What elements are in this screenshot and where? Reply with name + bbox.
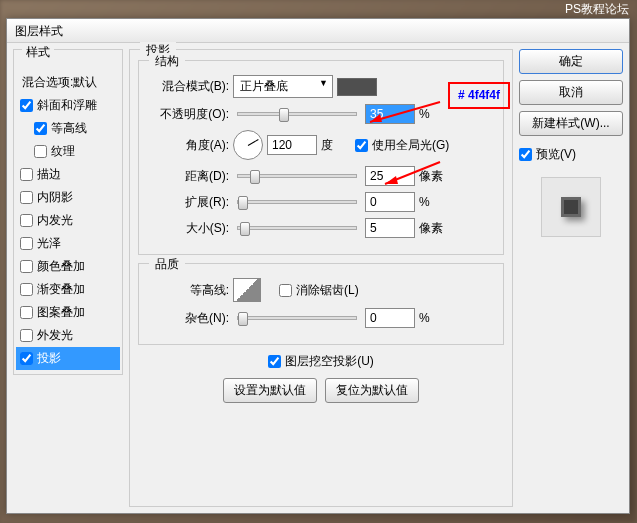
style-label-7: 颜色叠加	[37, 258, 85, 275]
blend-mode-select[interactable]: 正片叠底	[233, 75, 333, 98]
anti-alias-checkbox[interactable]	[279, 284, 292, 297]
style-label-5: 内发光	[37, 212, 73, 229]
style-checkbox-0[interactable]	[20, 99, 33, 112]
style-checkbox-5[interactable]	[20, 214, 33, 227]
preview-checkbox[interactable]	[519, 148, 532, 161]
style-label-10: 外发光	[37, 327, 73, 344]
style-item-5[interactable]: 内发光	[16, 209, 120, 232]
spread-label: 扩展(R):	[149, 194, 229, 211]
noise-input[interactable]	[365, 308, 415, 328]
distance-unit: 像素	[419, 168, 449, 185]
knockout-checkbox[interactable]	[268, 355, 281, 368]
shadow-color-swatch[interactable]	[337, 78, 377, 96]
style-checkbox-10[interactable]	[20, 329, 33, 342]
style-label-3: 描边	[37, 166, 61, 183]
style-checkbox-3[interactable]	[20, 168, 33, 181]
style-label-11: 投影	[37, 350, 61, 367]
style-checkbox-2[interactable]	[34, 145, 47, 158]
size-label: 大小(S):	[149, 220, 229, 237]
spread-slider[interactable]	[237, 200, 357, 204]
style-label-1: 等高线	[51, 120, 87, 137]
angle-input[interactable]	[267, 135, 317, 155]
knockout-label: 图层挖空投影(U)	[285, 353, 374, 370]
blending-options-item[interactable]: 混合选项:默认	[16, 71, 120, 94]
spread-unit: %	[419, 195, 449, 209]
distance-slider[interactable]	[237, 174, 357, 178]
angle-dial[interactable]	[233, 130, 263, 160]
color-annotation: # 4f4f4f	[448, 82, 510, 109]
settings-panel: 投影 结构 混合模式(B): 正片叠底 不透明度(O): %	[129, 49, 513, 507]
style-item-10[interactable]: 外发光	[16, 324, 120, 347]
quality-group: 品质 等高线: 消除锯齿(L) 杂色(N): %	[138, 263, 504, 345]
style-label-8: 渐变叠加	[37, 281, 85, 298]
preview-thumbnail	[541, 177, 601, 237]
noise-label: 杂色(N):	[149, 310, 229, 327]
style-item-7[interactable]: 颜色叠加	[16, 255, 120, 278]
styles-panel: 样式 混合选项:默认 斜面和浮雕等高线纹理描边内阴影内发光光泽颜色叠加渐变叠加图…	[13, 49, 123, 507]
structure-title: 结构	[149, 53, 185, 70]
style-checkbox-1[interactable]	[34, 122, 47, 135]
blend-mode-label: 混合模式(B):	[149, 78, 229, 95]
style-checkbox-8[interactable]	[20, 283, 33, 296]
preview-label: 预览(V)	[536, 146, 576, 163]
style-checkbox-6[interactable]	[20, 237, 33, 250]
style-item-9[interactable]: 图案叠加	[16, 301, 120, 324]
style-label-9: 图案叠加	[37, 304, 85, 321]
set-default-button[interactable]: 设置为默认值	[223, 378, 317, 403]
distance-label: 距离(D):	[149, 168, 229, 185]
size-input[interactable]	[365, 218, 415, 238]
style-item-1[interactable]: 等高线	[16, 117, 120, 140]
style-item-4[interactable]: 内阴影	[16, 186, 120, 209]
size-slider[interactable]	[237, 226, 357, 230]
angle-label: 角度(A):	[149, 137, 229, 154]
style-item-0[interactable]: 斜面和浮雕	[16, 94, 120, 117]
style-checkbox-9[interactable]	[20, 306, 33, 319]
noise-unit: %	[419, 311, 449, 325]
global-light-label: 使用全局光(G)	[372, 137, 449, 154]
title-bar[interactable]: 图层样式	[7, 19, 629, 43]
action-panel: 确定 取消 新建样式(W)... 预览(V)	[519, 49, 623, 507]
layer-style-dialog: 图层样式 样式 混合选项:默认 斜面和浮雕等高线纹理描边内阴影内发光光泽颜色叠加…	[6, 18, 630, 514]
opacity-label: 不透明度(O):	[149, 106, 229, 123]
style-checkbox-11[interactable]	[20, 352, 33, 365]
size-unit: 像素	[419, 220, 449, 237]
style-label-6: 光泽	[37, 235, 61, 252]
style-label-4: 内阴影	[37, 189, 73, 206]
style-item-11[interactable]: 投影	[16, 347, 120, 370]
opacity-slider[interactable]	[237, 112, 357, 116]
contour-picker[interactable]	[233, 278, 261, 302]
anti-alias-label: 消除锯齿(L)	[296, 282, 359, 299]
style-checkbox-7[interactable]	[20, 260, 33, 273]
angle-unit: 度	[321, 137, 351, 154]
styles-group-title: 样式	[22, 44, 54, 61]
cancel-button[interactable]: 取消	[519, 80, 623, 105]
style-label-0: 斜面和浮雕	[37, 97, 97, 114]
style-item-6[interactable]: 光泽	[16, 232, 120, 255]
style-item-3[interactable]: 描边	[16, 163, 120, 186]
opacity-unit: %	[419, 107, 449, 121]
quality-title: 品质	[149, 256, 185, 273]
distance-input[interactable]	[365, 166, 415, 186]
reset-default-button[interactable]: 复位为默认值	[325, 378, 419, 403]
contour-label: 等高线:	[149, 282, 229, 299]
style-label-2: 纹理	[51, 143, 75, 160]
dialog-title: 图层样式	[15, 24, 63, 38]
noise-slider[interactable]	[237, 316, 357, 320]
style-item-2[interactable]: 纹理	[16, 140, 120, 163]
global-light-checkbox[interactable]	[355, 139, 368, 152]
spread-input[interactable]	[365, 192, 415, 212]
style-checkbox-4[interactable]	[20, 191, 33, 204]
new-style-button[interactable]: 新建样式(W)...	[519, 111, 623, 136]
ok-button[interactable]: 确定	[519, 49, 623, 74]
opacity-input[interactable]	[365, 104, 415, 124]
style-item-8[interactable]: 渐变叠加	[16, 278, 120, 301]
